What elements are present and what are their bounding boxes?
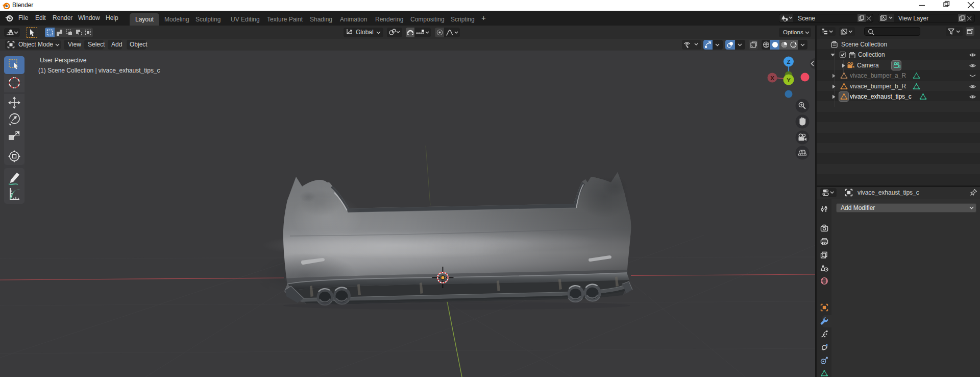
svg-text:Y: Y — [787, 77, 791, 83]
svg-text:(1) Scene Collection | vivace_: (1) Scene Collection | vivace_exhaust_ti… — [38, 67, 160, 74]
svg-text:User Perspective: User Perspective — [40, 57, 87, 64]
svg-text:X: X — [770, 75, 774, 81]
svg-text:Z: Z — [787, 59, 790, 65]
